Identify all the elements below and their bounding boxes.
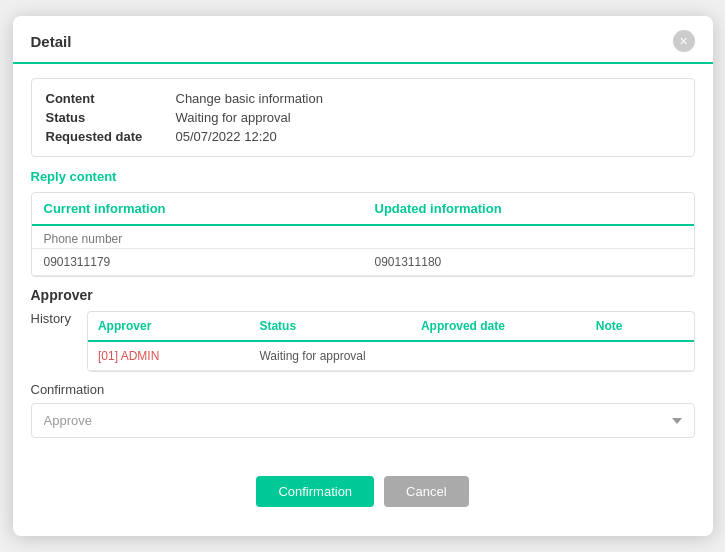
cancel-button[interactable]: Cancel [384,476,468,507]
approver-table: Approver Status Approved date Note [01] … [87,311,695,372]
close-button[interactable]: × [673,30,695,52]
current-phone: 0901311179 [32,249,363,275]
approver-title: Approver [31,287,695,303]
approved-date-col-header: Approved date [411,312,586,340]
phone-number-label-row: Phone number [32,226,694,249]
modal-header: Detail × [13,16,713,64]
history-label: History [31,311,71,326]
approver-table-wrap: Approver Status Approved date Note [01] … [87,311,695,372]
history-row: History Approver Status Approved date No… [31,311,695,372]
modal-title: Detail [31,33,72,50]
confirmation-section: Confirmation Approve Approve Reject [31,382,695,438]
note-col-header: Note [586,312,694,340]
reply-table: Current information Updated information … [31,192,695,277]
modal-body: Content Change basic information Status … [13,64,713,466]
content-value: Change basic information [176,91,323,106]
status-col-header: Status [249,312,410,340]
reply-table-header: Current information Updated information [32,193,694,226]
modal-footer: Confirmation Cancel [13,466,713,523]
status-label: Status [46,110,176,125]
content-label: Content [46,91,176,106]
current-info-header: Current information [32,193,363,224]
approve-select[interactable]: Approve Approve Reject [31,403,695,438]
updated-phone: 0901311180 [363,249,694,275]
detail-modal: Detail × Content Change basic informatio… [13,16,713,536]
phone-number-label: Phone number [32,226,363,248]
approver-status: Waiting for approval [249,342,410,370]
approver-name: [01] ADMIN [88,342,249,370]
requested-date-label: Requested date [46,129,176,144]
approver-note [586,342,694,370]
status-row: Status Waiting for approval [46,110,680,125]
approver-table-header: Approver Status Approved date Note [88,312,694,342]
approver-approved-date [411,342,586,370]
confirm-button[interactable]: Confirmation [256,476,374,507]
approver-section: Approver History Approver Status Approve… [31,287,695,372]
requested-date-value: 05/07/2022 12:20 [176,129,277,144]
reply-section: Reply content Current information Update… [31,169,695,277]
approver-table-row: [01] ADMIN Waiting for approval [88,342,694,371]
confirmation-label: Confirmation [31,382,695,397]
status-value: Waiting for approval [176,110,291,125]
requested-date-row: Requested date 05/07/2022 12:20 [46,129,680,144]
phone-number-value-row: 0901311179 0901311180 [32,249,694,276]
reply-title: Reply content [31,169,695,184]
info-section: Content Change basic information Status … [31,78,695,157]
updated-info-header: Updated information [363,193,694,224]
admin-link[interactable]: [01] ADMIN [98,349,159,363]
approver-col-header: Approver [88,312,249,340]
content-row: Content Change basic information [46,91,680,106]
modal-overlay: Detail × Content Change basic informatio… [0,0,725,552]
